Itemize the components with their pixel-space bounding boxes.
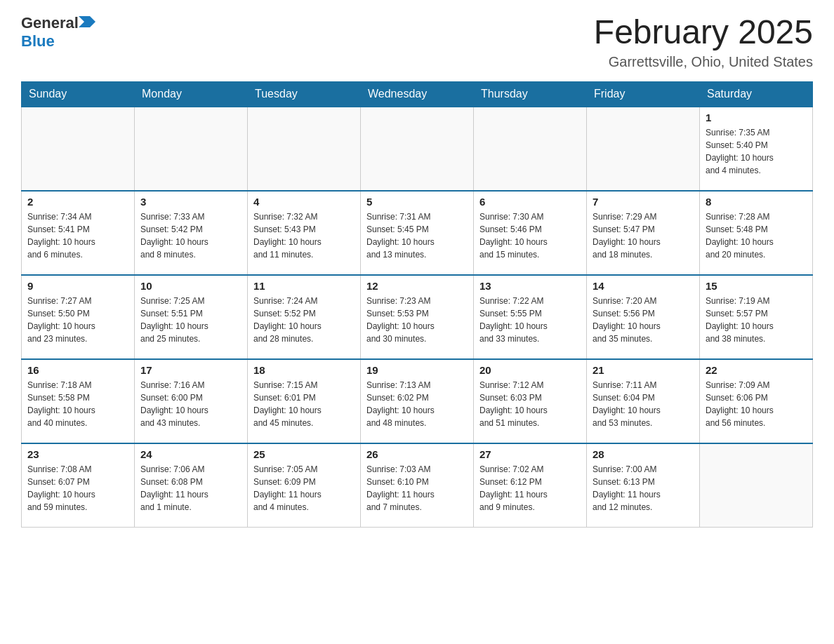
month-title: February 2025 [594, 14, 813, 51]
week-row-1: 1Sunrise: 7:35 AM Sunset: 5:40 PM Daylig… [22, 107, 813, 191]
calendar-table: Sunday Monday Tuesday Wednesday Thursday… [21, 81, 813, 528]
day-info: Sunrise: 7:33 AM Sunset: 5:42 PM Dayligh… [140, 210, 241, 261]
day-number: 25 [253, 448, 355, 460]
logo-blue-text: Blue [21, 32, 55, 50]
day-info: Sunrise: 7:22 AM Sunset: 5:55 PM Dayligh… [479, 295, 581, 345]
calendar-cell: 23Sunrise: 7:08 AM Sunset: 6:07 PM Dayli… [22, 443, 135, 528]
calendar-cell [248, 107, 361, 191]
calendar-cell: 10Sunrise: 7:25 AM Sunset: 5:51 PM Dayli… [135, 275, 248, 359]
day-info: Sunrise: 7:13 AM Sunset: 6:02 PM Dayligh… [366, 379, 468, 429]
day-info: Sunrise: 7:08 AM Sunset: 6:07 PM Dayligh… [27, 463, 128, 514]
calendar-cell: 22Sunrise: 7:09 AM Sunset: 6:06 PM Dayli… [700, 359, 813, 443]
calendar-cell: 11Sunrise: 7:24 AM Sunset: 5:52 PM Dayli… [248, 275, 361, 359]
calendar-cell: 9Sunrise: 7:27 AM Sunset: 5:50 PM Daylig… [22, 275, 135, 359]
day-info: Sunrise: 7:32 AM Sunset: 5:43 PM Dayligh… [253, 210, 355, 261]
day-info: Sunrise: 7:28 AM Sunset: 5:48 PM Dayligh… [706, 210, 807, 261]
col-sunday: Sunday [22, 81, 135, 107]
calendar-cell: 3Sunrise: 7:33 AM Sunset: 5:42 PM Daylig… [135, 191, 248, 275]
col-wednesday: Wednesday [361, 81, 474, 107]
calendar-header-row: Sunday Monday Tuesday Wednesday Thursday… [22, 81, 813, 107]
day-number: 23 [27, 448, 128, 460]
day-number: 13 [479, 280, 581, 292]
day-info: Sunrise: 7:23 AM Sunset: 5:53 PM Dayligh… [366, 295, 468, 345]
day-info: Sunrise: 7:12 AM Sunset: 6:03 PM Dayligh… [479, 379, 581, 429]
day-number: 17 [140, 364, 241, 376]
day-number: 16 [27, 364, 128, 376]
day-info: Sunrise: 7:02 AM Sunset: 6:12 PM Dayligh… [479, 463, 581, 514]
calendar-cell: 21Sunrise: 7:11 AM Sunset: 6:04 PM Dayli… [587, 359, 700, 443]
calendar-cell: 19Sunrise: 7:13 AM Sunset: 6:02 PM Dayli… [361, 359, 474, 443]
day-info: Sunrise: 7:29 AM Sunset: 5:47 PM Dayligh… [593, 210, 694, 261]
day-info: Sunrise: 7:03 AM Sunset: 6:10 PM Dayligh… [366, 463, 468, 514]
day-number: 21 [593, 364, 694, 376]
day-number: 5 [366, 196, 468, 208]
calendar-cell [700, 443, 813, 528]
calendar-cell [135, 107, 248, 191]
day-number: 14 [593, 280, 694, 292]
week-row-4: 16Sunrise: 7:18 AM Sunset: 5:58 PM Dayli… [22, 359, 813, 443]
svg-marker-0 [79, 16, 95, 27]
calendar-cell: 27Sunrise: 7:02 AM Sunset: 6:12 PM Dayli… [474, 443, 587, 528]
day-number: 6 [479, 196, 581, 208]
calendar-cell: 24Sunrise: 7:06 AM Sunset: 6:08 PM Dayli… [135, 443, 248, 528]
title-section: February 2025 Garrettsville, Ohio, Unite… [594, 14, 813, 70]
day-number: 26 [366, 448, 468, 460]
day-number: 7 [593, 196, 694, 208]
day-number: 19 [366, 364, 468, 376]
calendar-cell: 8Sunrise: 7:28 AM Sunset: 5:48 PM Daylig… [700, 191, 813, 275]
day-info: Sunrise: 7:20 AM Sunset: 5:56 PM Dayligh… [593, 295, 694, 345]
calendar-cell: 16Sunrise: 7:18 AM Sunset: 5:58 PM Dayli… [22, 359, 135, 443]
col-tuesday: Tuesday [248, 81, 361, 107]
day-number: 12 [366, 280, 468, 292]
day-info: Sunrise: 7:16 AM Sunset: 6:00 PM Dayligh… [140, 379, 241, 429]
calendar-cell: 26Sunrise: 7:03 AM Sunset: 6:10 PM Dayli… [361, 443, 474, 528]
page-header: General Blue February 2025 Garrettsville… [21, 14, 813, 70]
day-info: Sunrise: 7:00 AM Sunset: 6:13 PM Dayligh… [593, 463, 694, 514]
logo-arrow-icon [79, 15, 95, 32]
calendar-cell: 18Sunrise: 7:15 AM Sunset: 6:01 PM Dayli… [248, 359, 361, 443]
day-info: Sunrise: 7:31 AM Sunset: 5:45 PM Dayligh… [366, 210, 468, 261]
day-info: Sunrise: 7:35 AM Sunset: 5:40 PM Dayligh… [706, 126, 807, 177]
calendar-cell: 5Sunrise: 7:31 AM Sunset: 5:45 PM Daylig… [361, 191, 474, 275]
week-row-3: 9Sunrise: 7:27 AM Sunset: 5:50 PM Daylig… [22, 275, 813, 359]
logo: General Blue [21, 14, 95, 51]
day-info: Sunrise: 7:15 AM Sunset: 6:01 PM Dayligh… [253, 379, 355, 429]
day-number: 15 [706, 280, 807, 292]
day-info: Sunrise: 7:25 AM Sunset: 5:51 PM Dayligh… [140, 295, 241, 345]
calendar-cell [22, 107, 135, 191]
calendar-cell: 14Sunrise: 7:20 AM Sunset: 5:56 PM Dayli… [587, 275, 700, 359]
calendar-cell: 2Sunrise: 7:34 AM Sunset: 5:41 PM Daylig… [22, 191, 135, 275]
location-subtitle: Garrettsville, Ohio, United States [594, 54, 813, 70]
day-info: Sunrise: 7:05 AM Sunset: 6:09 PM Dayligh… [253, 463, 355, 514]
calendar-cell: 6Sunrise: 7:30 AM Sunset: 5:46 PM Daylig… [474, 191, 587, 275]
day-number: 3 [140, 196, 241, 208]
day-info: Sunrise: 7:24 AM Sunset: 5:52 PM Dayligh… [253, 295, 355, 345]
day-number: 4 [253, 196, 355, 208]
day-number: 28 [593, 448, 694, 460]
day-number: 9 [27, 280, 128, 292]
calendar-cell: 15Sunrise: 7:19 AM Sunset: 5:57 PM Dayli… [700, 275, 813, 359]
col-thursday: Thursday [474, 81, 587, 107]
day-number: 2 [27, 196, 128, 208]
week-row-2: 2Sunrise: 7:34 AM Sunset: 5:41 PM Daylig… [22, 191, 813, 275]
calendar-cell [361, 107, 474, 191]
calendar-cell: 7Sunrise: 7:29 AM Sunset: 5:47 PM Daylig… [587, 191, 700, 275]
day-number: 27 [479, 448, 581, 460]
calendar-cell: 20Sunrise: 7:12 AM Sunset: 6:03 PM Dayli… [474, 359, 587, 443]
day-info: Sunrise: 7:30 AM Sunset: 5:46 PM Dayligh… [479, 210, 581, 261]
calendar-cell: 12Sunrise: 7:23 AM Sunset: 5:53 PM Dayli… [361, 275, 474, 359]
calendar-cell: 13Sunrise: 7:22 AM Sunset: 5:55 PM Dayli… [474, 275, 587, 359]
week-row-5: 23Sunrise: 7:08 AM Sunset: 6:07 PM Dayli… [22, 443, 813, 528]
calendar-cell [474, 107, 587, 191]
calendar-cell: 1Sunrise: 7:35 AM Sunset: 5:40 PM Daylig… [700, 107, 813, 191]
logo-general-text: General [21, 14, 79, 32]
day-number: 1 [706, 112, 807, 123]
day-info: Sunrise: 7:27 AM Sunset: 5:50 PM Dayligh… [27, 295, 128, 345]
day-number: 20 [479, 364, 581, 376]
day-info: Sunrise: 7:34 AM Sunset: 5:41 PM Dayligh… [27, 210, 128, 261]
col-monday: Monday [135, 81, 248, 107]
day-info: Sunrise: 7:09 AM Sunset: 6:06 PM Dayligh… [706, 379, 807, 429]
col-saturday: Saturday [700, 81, 813, 107]
day-number: 10 [140, 280, 241, 292]
day-info: Sunrise: 7:18 AM Sunset: 5:58 PM Dayligh… [27, 379, 128, 429]
